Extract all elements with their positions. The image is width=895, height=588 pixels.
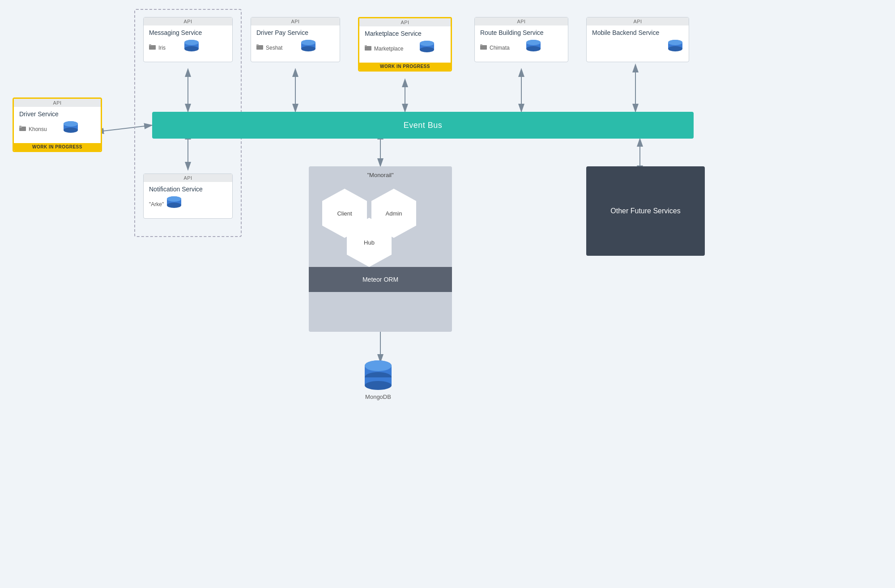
driver-wip-label: WORK IN PROGRESS [14, 143, 101, 151]
mobile-backend-api-label: API [587, 17, 689, 25]
mongodb-box: MongoDB [362, 358, 394, 400]
svg-point-49 [167, 203, 181, 208]
driver-service-name: Driver Service [19, 110, 59, 118]
svg-rect-31 [365, 46, 371, 51]
svg-rect-32 [365, 45, 367, 47]
messaging-db-icon [183, 38, 200, 57]
notification-db-icon [166, 195, 182, 214]
svg-point-18 [64, 121, 78, 127]
notification-api-label: API [144, 174, 232, 182]
svg-point-35 [420, 47, 434, 52]
svg-rect-38 [480, 44, 482, 46]
honeycomb-area: Client Admin Hub [309, 182, 452, 267]
marketplace-service-name: Marketplace Service [365, 30, 422, 37]
route-building-api-label: API [475, 17, 568, 25]
marketplace-api-label: API [359, 18, 451, 26]
route-building-service-name: Route Building Service [480, 29, 544, 36]
future-services-label: Other Future Services [610, 207, 681, 215]
diagram-container: API Driver Service Khonsu [0, 0, 895, 588]
driver-pay-api-label: API [251, 17, 340, 25]
mobile-backend-db-icon [667, 38, 683, 57]
marketplace-service-box: API Marketplace Service Marketplace [358, 17, 452, 72]
client-label: Client [337, 210, 352, 217]
future-services-box: Other Future Services [586, 166, 705, 256]
svg-point-46 [668, 40, 682, 45]
svg-rect-19 [149, 45, 156, 50]
driver-service-box: API Driver Service Khonsu [13, 97, 102, 152]
svg-point-45 [668, 46, 682, 51]
mongodb-label: MongoDB [365, 393, 391, 400]
messaging-service-name: Messaging Service [149, 29, 202, 36]
svg-rect-37 [480, 45, 487, 50]
monorail-box: "Monorail" Client Admin Hub Meteor ORM [309, 166, 452, 332]
svg-point-24 [184, 40, 199, 45]
messaging-folder-icon [149, 44, 156, 51]
route-building-sub-label: Chimata [490, 45, 510, 51]
messaging-service-box: API Messaging Service Iris [143, 17, 233, 62]
marketplace-wip-label: WORK IN PROGRESS [359, 63, 451, 70]
route-building-service-box: API Route Building Service Chimata [474, 17, 568, 62]
driver-db-icon [63, 119, 79, 139]
route-building-folder-icon [480, 44, 487, 51]
driver-pay-db-icon [300, 38, 316, 57]
marketplace-sub-label: Marketplace [374, 46, 403, 52]
svg-point-36 [420, 41, 434, 46]
svg-point-29 [301, 46, 315, 51]
meteor-orm: Meteor ORM [309, 267, 452, 292]
mobile-backend-service-name: Mobile Backend Service [592, 29, 659, 36]
notification-sub-label: "Arke" [149, 201, 164, 207]
monorail-title: "Monorail" [309, 166, 452, 182]
notification-service-name: Notification Service [149, 186, 203, 193]
driver-pay-folder-icon [256, 44, 264, 51]
messaging-api-label: API [144, 17, 232, 25]
messaging-sub-label: Iris [158, 45, 166, 51]
svg-rect-26 [256, 44, 259, 46]
driver-pay-service-box: API Driver Pay Service Seshat [251, 17, 340, 62]
mobile-backend-service-box: API Mobile Backend Service [586, 17, 689, 62]
driver-sub-label: Khonsu [29, 126, 47, 132]
driver-pay-sub-label: Seshat [266, 45, 282, 51]
svg-point-23 [184, 46, 199, 51]
event-bus-label: Event Bus [404, 121, 443, 130]
svg-point-42 [526, 40, 541, 45]
notification-service-box: API Notification Service "Arke" [143, 173, 233, 219]
svg-point-41 [526, 46, 541, 51]
svg-point-56 [365, 360, 392, 371]
marketplace-folder-icon [365, 45, 372, 52]
svg-rect-20 [149, 44, 151, 46]
svg-point-50 [167, 196, 181, 202]
svg-point-17 [64, 127, 78, 133]
hub-label: Hub [364, 239, 375, 246]
driver-folder-icon [19, 125, 26, 133]
svg-rect-25 [256, 45, 263, 50]
svg-point-55 [365, 381, 392, 390]
event-bus: Event Bus [152, 112, 694, 139]
route-building-db-icon [525, 38, 541, 57]
svg-point-30 [301, 40, 315, 45]
driver-api-label: API [14, 99, 101, 107]
marketplace-db-icon [419, 39, 435, 58]
svg-rect-14 [19, 126, 21, 127]
admin-label: Admin [386, 210, 402, 217]
driver-pay-service-name: Driver Pay Service [256, 29, 308, 36]
mongodb-icon [362, 358, 394, 391]
